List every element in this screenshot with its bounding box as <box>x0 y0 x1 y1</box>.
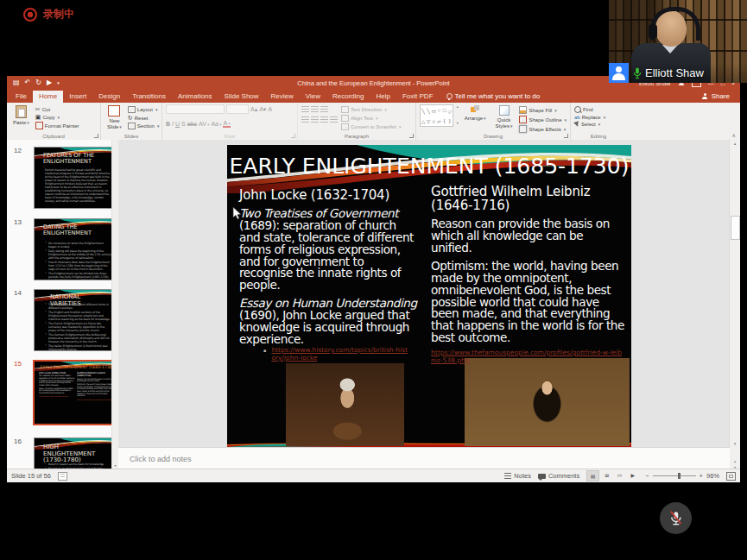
shape-icon[interactable]: } <box>449 118 451 123</box>
redo-icon[interactable]: ↻ <box>35 79 41 86</box>
slide-canvas[interactable]: EARLY ENLIGHTENMENT (1685-1730) John Loc… <box>227 145 631 447</box>
increase-font-icon[interactable]: A▴ <box>250 106 257 112</box>
replace-button[interactable]: abReplace <box>574 115 605 120</box>
tab-file[interactable]: File <box>9 91 33 103</box>
slide-thumbnail-12[interactable]: FEATURES OF THE ENLIGHTENMENT Period cha… <box>34 147 115 209</box>
paste-button[interactable]: Paste <box>10 104 32 127</box>
select-button[interactable]: Select <box>574 122 605 127</box>
copy-button[interactable]: ▣Copy <box>35 114 79 120</box>
font-name-combo[interactable] <box>166 104 225 114</box>
align-left-icon[interactable] <box>301 116 309 123</box>
locke-hyperlink[interactable]: https://www.history.com/topics/british-h… <box>271 346 408 362</box>
collapse-ribbon-icon[interactable]: ∧ <box>732 132 736 138</box>
qat-customize-icon[interactable]: ▾ <box>57 81 60 85</box>
tab-slide-show[interactable]: Slide Show <box>218 91 265 103</box>
strikethrough-icon[interactable]: abc <box>187 121 197 127</box>
clear-formatting-icon[interactable]: A <box>268 106 272 112</box>
leibniz-hyperlink[interactable]: https://www.thefamouspeople.com/profiles… <box>431 349 624 364</box>
tab-help[interactable]: Help <box>370 91 396 103</box>
mute-button[interactable] <box>660 502 692 534</box>
shape-fill-button[interactable]: Shape Fill <box>519 106 567 114</box>
shape-effects-button[interactable]: Shape Effects <box>519 125 567 133</box>
locke-link-item[interactable]: ▪ https://www.history.com/topics/british… <box>263 346 408 362</box>
align-text-button[interactable]: Align Text <box>341 115 402 122</box>
shape-icon[interactable]: { <box>444 118 446 123</box>
layout-button[interactable]: Layout <box>128 106 160 113</box>
arrange-button[interactable]: Arrange <box>462 104 489 123</box>
share-button[interactable]: Share <box>692 91 740 103</box>
tab-transitions[interactable]: Transitions <box>126 91 172 103</box>
normal-view-icon[interactable]: ▤ <box>586 470 599 481</box>
bullets-icon[interactable] <box>301 106 309 113</box>
convert-smartart-button[interactable]: Convert to SmartArt <box>341 123 402 130</box>
shape-icon[interactable]: ☆ <box>432 118 436 124</box>
font-size-combo[interactable] <box>226 104 249 114</box>
shapes-gallery[interactable]: ╲╲▭○□◇ △▽☆▱{} <box>420 104 453 127</box>
font-color-icon[interactable]: A <box>223 120 230 128</box>
save-icon[interactable]: ▤ <box>13 79 20 86</box>
slide-title[interactable]: EARLY ENLIGHTENMENT (1685-1730) <box>227 154 631 179</box>
leibniz-portrait-image[interactable] <box>465 358 630 446</box>
decrease-font-icon[interactable]: A▾ <box>259 106 266 112</box>
slide-thumbnail-15-selected[interactable]: EARLY ENLIGHTENMENT (1685-1730) John Loc… <box>33 360 117 425</box>
shape-icon[interactable]: ╲ <box>421 108 425 114</box>
change-case-icon[interactable]: Aa <box>211 121 221 127</box>
shape-icon[interactable]: ╲ <box>427 108 430 114</box>
shape-icon[interactable]: ▱ <box>437 118 441 124</box>
new-slide-button[interactable]: New Slide <box>104 104 124 130</box>
slide-right-column[interactable]: Gottfried Wilhelm Leibniz (1646-1716) Re… <box>431 185 624 364</box>
align-center-icon[interactable] <box>311 116 319 123</box>
character-spacing-icon[interactable]: AV <box>199 121 209 127</box>
format-painter-button[interactable]: Format Painter <box>35 122 79 129</box>
previous-slide-icon[interactable]: ▴ <box>734 459 736 463</box>
undo-icon[interactable]: ↶ <box>25 79 31 86</box>
tell-me-box[interactable]: Tell me what you want to do <box>440 91 548 103</box>
notes-toggle[interactable]: Notes <box>504 472 531 480</box>
shape-icon[interactable]: ▽ <box>427 118 431 124</box>
font-dialog-launcher[interactable] <box>291 134 295 138</box>
comments-toggle[interactable]: Comments <box>538 472 579 480</box>
scroll-down-icon[interactable]: ▾ <box>730 441 740 446</box>
bold-icon[interactable]: B <box>166 121 170 127</box>
slide-thumbnail-14[interactable]: NATIONAL VARIETIES The Enlightenment als… <box>34 289 115 351</box>
italic-icon[interactable]: I <box>172 121 174 127</box>
paragraph-dialog-launcher[interactable] <box>409 134 414 138</box>
find-button[interactable]: Find <box>574 106 605 113</box>
tab-design[interactable]: Design <box>92 91 126 103</box>
shape-icon[interactable]: ○ <box>438 108 441 113</box>
shape-icon[interactable]: ◇ <box>447 108 452 114</box>
tab-view[interactable]: View <box>300 91 326 103</box>
slide-left-column[interactable]: John Locke (1632-1704) Two Treatises of … <box>239 188 417 346</box>
slide-thumbnail-13[interactable]: DATING THE ENLIGHTENMENT No consensus on… <box>34 218 115 280</box>
notes-pane[interactable]: Click to add notes <box>118 447 730 470</box>
reading-view-icon[interactable]: ▭ <box>614 470 625 480</box>
scrollbar-thumb[interactable] <box>731 216 740 240</box>
tab-foxit-pdf[interactable]: Foxit PDF <box>396 91 440 103</box>
scroll-up-icon[interactable]: ▴ <box>730 141 740 146</box>
tab-review[interactable]: Review <box>265 91 300 103</box>
quick-styles-button[interactable]: Quick Styles <box>492 104 516 129</box>
locke-portrait-image[interactable] <box>286 363 404 446</box>
underline-icon[interactable]: U <box>175 121 180 127</box>
text-shadow-icon[interactable]: S <box>181 121 186 127</box>
section-button[interactable]: Section <box>128 123 160 129</box>
tab-home[interactable]: Home <box>33 91 63 103</box>
numbering-icon[interactable] <box>311 106 319 113</box>
tab-recording[interactable]: Recording <box>326 91 370 103</box>
text-direction-button[interactable]: Text Direction <box>341 106 402 113</box>
align-right-icon[interactable] <box>320 116 328 123</box>
zoom-out-icon[interactable]: − <box>645 472 649 480</box>
slide-sorter-view-icon[interactable]: ⊞ <box>601 470 612 480</box>
webcam-video[interactable]: Elliott Shaw <box>609 0 747 83</box>
slide-show-view-icon[interactable]: ▶ <box>627 470 638 480</box>
tab-animations[interactable]: Animations <box>172 91 218 103</box>
zoom-in-icon[interactable]: + <box>700 472 703 480</box>
slide-thumbnail-panel[interactable]: 12 FEATURES OF THE ENLIGHTENMENT Period … <box>7 140 118 469</box>
tab-insert[interactable]: Insert <box>63 91 92 103</box>
zoom-slider-handle[interactable] <box>678 473 681 479</box>
justify-icon[interactable] <box>330 116 338 123</box>
indent-icon[interactable] <box>320 106 328 113</box>
zoom-level[interactable]: 96% <box>706 472 719 480</box>
slide-nav-buttons[interactable]: ▴ ▾ <box>729 447 740 471</box>
start-presentation-icon[interactable]: ▶ <box>47 79 52 86</box>
